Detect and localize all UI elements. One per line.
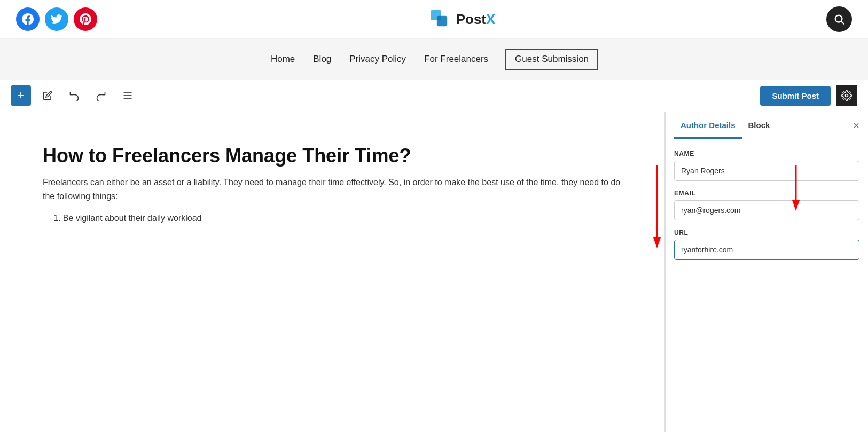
content-area: How to Freelancers Manage Their Time? Fr… bbox=[0, 112, 665, 432]
pinterest-icon[interactable] bbox=[74, 7, 97, 31]
article-title: How to Freelancers Manage Their Time? bbox=[43, 144, 622, 167]
settings-button[interactable] bbox=[836, 85, 857, 106]
add-block-button[interactable]: + bbox=[11, 85, 31, 106]
list-item: 1. Be vigilant about their daily workloa… bbox=[53, 213, 622, 223]
panel-close-button[interactable]: × bbox=[853, 120, 859, 131]
main-layout: How to Freelancers Manage Their Time? Fr… bbox=[0, 112, 868, 432]
twitter-icon[interactable] bbox=[45, 7, 68, 31]
tab-author-details[interactable]: Author Details bbox=[674, 112, 742, 139]
search-button[interactable] bbox=[826, 6, 852, 32]
svg-point-7 bbox=[846, 94, 848, 97]
tab-block[interactable]: Block bbox=[742, 112, 777, 139]
redo-button[interactable] bbox=[91, 85, 111, 106]
nav-guest-submission[interactable]: Guest Submission bbox=[505, 49, 598, 70]
toolbar-right: Submit Post bbox=[760, 85, 857, 106]
logo-icon bbox=[428, 7, 452, 31]
svg-rect-1 bbox=[436, 16, 447, 26]
svg-point-2 bbox=[835, 15, 842, 22]
header: PostX bbox=[0, 0, 868, 39]
nav-bar: Home Blog Privacy Policy For Freelancers… bbox=[0, 39, 868, 80]
nav-privacy[interactable]: Privacy Policy bbox=[348, 52, 407, 67]
nav-blog[interactable]: Blog bbox=[312, 52, 332, 67]
panel-body: NAME EMAIL URL bbox=[666, 139, 868, 279]
toolbar: + Submit Post bbox=[0, 80, 868, 112]
article-list: 1. Be vigilant about their daily workloa… bbox=[43, 213, 622, 223]
submit-post-button[interactable]: Submit Post bbox=[760, 86, 831, 106]
name-label: NAME bbox=[674, 150, 859, 157]
logo[interactable]: PostX bbox=[428, 7, 496, 31]
panel-tabs: Author Details Block × bbox=[666, 112, 868, 139]
name-input[interactable] bbox=[674, 161, 859, 181]
social-icons bbox=[16, 7, 97, 31]
facebook-icon[interactable] bbox=[16, 7, 40, 31]
logo-text: PostX bbox=[456, 11, 496, 28]
nav-freelancers[interactable]: For Freelancers bbox=[423, 52, 489, 67]
article-intro: Freelancers can either be an asset or a … bbox=[43, 176, 622, 203]
nav-home[interactable]: Home bbox=[270, 52, 296, 67]
email-input[interactable] bbox=[674, 200, 859, 220]
logo-x: X bbox=[486, 11, 495, 27]
undo-button[interactable] bbox=[64, 85, 84, 106]
right-panel: Author Details Block × NAME EMAIL URL bbox=[665, 112, 868, 432]
email-label: EMAIL bbox=[674, 189, 859, 197]
list-view-button[interactable] bbox=[118, 85, 138, 106]
edit-button[interactable] bbox=[37, 85, 58, 106]
svg-line-3 bbox=[841, 21, 844, 24]
url-input[interactable] bbox=[674, 240, 859, 260]
url-label: URL bbox=[674, 229, 859, 236]
